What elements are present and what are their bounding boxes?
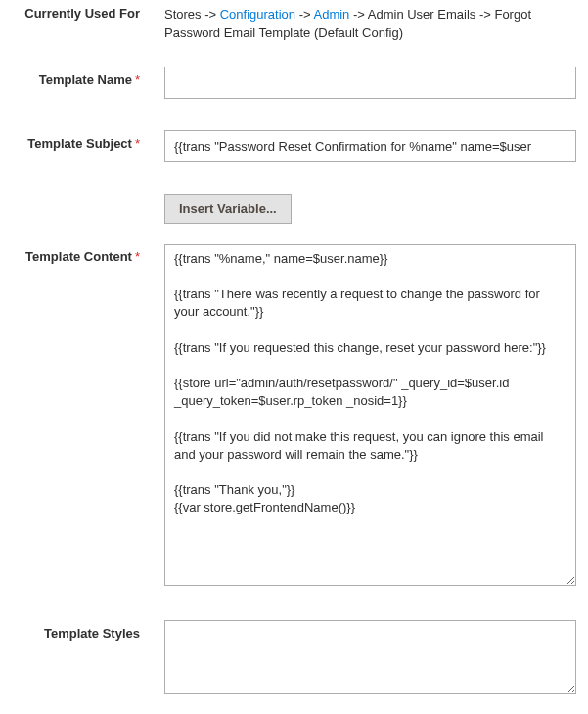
required-asterisk: * <box>135 72 140 87</box>
required-asterisk: * <box>135 136 140 151</box>
template-styles-label: Template Styles <box>10 620 164 697</box>
currently-used-for-value: Stores -> Configuration -> Admin -> Admi… <box>164 6 578 43</box>
template-subject-label: Template Subject* <box>10 130 164 162</box>
template-content-textarea[interactable] <box>164 244 576 586</box>
required-asterisk: * <box>135 249 140 264</box>
breadcrumb-link-configuration[interactable]: Configuration <box>220 7 295 22</box>
template-content-label: Template Content* <box>10 244 164 589</box>
template-name-label: Template Name* <box>10 67 164 99</box>
template-styles-textarea[interactable] <box>164 620 576 694</box>
template-name-input[interactable] <box>164 67 576 99</box>
breadcrumb-prefix: Stores -> <box>164 7 220 22</box>
currently-used-for-label: Currently Used For <box>10 6 164 43</box>
breadcrumb-link-admin[interactable]: Admin <box>313 7 349 22</box>
insert-variable-button[interactable]: Insert Variable... <box>164 194 292 224</box>
template-subject-input[interactable] <box>164 130 576 162</box>
